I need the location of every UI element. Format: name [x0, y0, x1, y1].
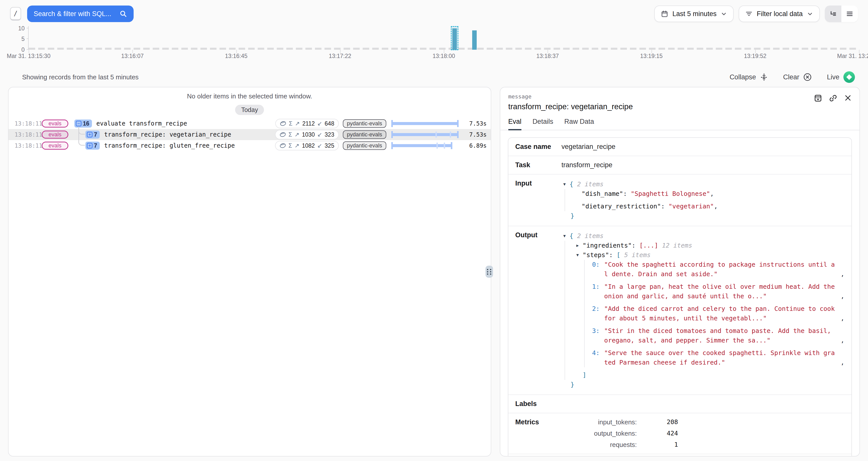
live-label: Live	[827, 73, 839, 81]
expand-children-badge[interactable]: + 7	[85, 142, 100, 150]
duration-bar-tick	[436, 143, 438, 149]
tree-view-toggle[interactable]	[825, 5, 841, 22]
row-timestamp: 13:18:11	[14, 142, 40, 149]
histogram-bar[interactable]	[472, 30, 477, 50]
metric-value: 1	[637, 441, 678, 449]
tab-eval[interactable]: Eval	[508, 118, 522, 130]
slash-key-label: /	[13, 10, 18, 17]
chevron-right-icon[interactable]: ▶	[575, 241, 581, 250]
list-item: 2:"Add the diced carrot and celery to th…	[585, 304, 844, 323]
search-icon	[120, 10, 127, 18]
row-tag-badge[interactable]: evals	[42, 142, 68, 150]
minus-square-icon: −	[76, 121, 82, 126]
slash-shortcut-key: /	[10, 7, 21, 21]
metrics-list: input_tokens: 208 output_tokens: 424 req…	[562, 418, 844, 449]
timeline-chart: Mar 31. 13:15:3013:16:0713:16:4513:17:22…	[0, 26, 859, 65]
span-name: transform_recipe: gluten_free_recipe	[104, 142, 235, 149]
coin-icon	[280, 120, 286, 127]
row-tag-badge[interactable]: evals	[42, 130, 68, 139]
input-tokens-arrow-icon: ↗	[294, 131, 299, 138]
x-axis-tick-label: 13:17:22	[329, 53, 351, 60]
filter-local-data-dropdown[interactable]: Filter local data	[739, 5, 820, 22]
list-view-icon	[846, 10, 854, 18]
list-item: 3:"Stir in the diced tomatoes and tomato…	[585, 326, 844, 345]
input-tokens-arrow-icon: ↗	[294, 142, 299, 149]
x-axis-tick-label: Mar 31. 13:15:30	[7, 53, 51, 60]
y-axis-tick-label: 0	[11, 47, 25, 53]
top-bar: / Search & filter with SQL... Last 5 min…	[0, 0, 868, 24]
x-axis-tick-label: 13:19:15	[640, 53, 663, 60]
live-indicator-icon	[843, 71, 855, 83]
close-icon[interactable]	[844, 94, 852, 102]
child-count: 7	[94, 131, 97, 138]
time-range-label: Last 5 minutes	[672, 10, 717, 18]
duration-value: 7.53s	[461, 131, 487, 138]
chevron-down-icon[interactable]: ▼	[562, 231, 568, 241]
day-pill[interactable]: Today	[235, 105, 264, 115]
input-tokens-arrow-icon: ↗	[295, 120, 300, 127]
list-view-toggle[interactable]	[841, 5, 858, 22]
row-tag-badge[interactable]: evals	[42, 120, 68, 128]
clear-button[interactable]: Clear	[783, 73, 812, 81]
clear-circle-x-icon	[803, 73, 812, 81]
filter-icon	[745, 10, 753, 18]
x-axis-tick	[236, 50, 237, 53]
histogram-bar[interactable]	[452, 28, 457, 50]
metric-key: output_tokens:	[562, 430, 637, 437]
token-usage-badge[interactable]: Σ ↗ 2112 ↙ 648	[275, 119, 339, 128]
output-tokens-arrow-icon: ↙	[317, 142, 322, 149]
package-badge[interactable]: pydantic-evals	[343, 130, 386, 139]
status-actions: Collapse Clear Live	[730, 71, 855, 83]
x-axis-tick	[444, 50, 444, 53]
dock-panel-bottom-icon[interactable]	[814, 94, 822, 102]
live-toggle[interactable]: Live	[827, 71, 855, 83]
case-name-value: vegetarian_recipe	[562, 143, 844, 151]
package-badge[interactable]: pydantic-evals	[343, 141, 386, 150]
x-axis-tick	[548, 50, 548, 53]
output-tokens-value: 648	[325, 120, 334, 127]
x-axis-tick	[651, 50, 652, 53]
token-usage-badge[interactable]: Σ ↗ 1030 ↙ 323	[275, 130, 339, 140]
x-axis-tick	[132, 50, 133, 53]
view-toggle-group	[825, 5, 858, 22]
output-tokens-value: 323	[325, 131, 334, 138]
records-panel: No older items in the selected time wind…	[8, 87, 491, 457]
child-count: 16	[83, 120, 89, 127]
labels-label: Labels	[516, 400, 562, 408]
panel-resize-handle[interactable]	[486, 266, 493, 278]
sigma-icon: Σ	[288, 142, 292, 149]
chevron-down-icon[interactable]: ▼	[575, 250, 581, 260]
detail-header-actions	[814, 94, 852, 102]
duration-bar-tick	[450, 131, 451, 137]
collapse-icon	[760, 73, 768, 81]
list-item: 4:"Serve the sauce over the cooked spagh…	[585, 348, 844, 367]
steps-list: 0:"Cook the spaghetti according to packa…	[584, 260, 844, 367]
detail-tabs: Eval Details Raw Data	[500, 118, 860, 130]
copy-link-icon[interactable]	[829, 94, 837, 102]
tab-raw-data[interactable]: Raw Data	[564, 118, 594, 130]
input-json-tree[interactable]: ▼{ 2 items "dish_name": "Spaghetti Bolog…	[562, 180, 844, 221]
collapse-label: Collapse	[730, 73, 756, 81]
output-json-tree[interactable]: ▼{ 2 items ▶"ingredients": [...] 12 item…	[562, 231, 844, 390]
collapse-button[interactable]: Collapse	[730, 73, 768, 81]
chevron-down-icon[interactable]: ▼	[562, 180, 568, 189]
x-axis-tick	[859, 50, 860, 53]
span-name: evaluate transform_recipe	[96, 120, 187, 127]
labels-row: Labels	[508, 395, 851, 413]
token-usage-badge[interactable]: Σ ↗ 1082 ↙ 325	[275, 141, 339, 150]
time-range-dropdown[interactable]: Last 5 minutes	[654, 5, 734, 22]
expand-children-badge[interactable]: + 7	[85, 130, 100, 139]
input-tokens-value: 2112	[302, 120, 315, 127]
metric-value: 208	[637, 418, 678, 426]
input-label: Input	[516, 180, 562, 221]
list-item: 1:"In a large pan, heat the olive oil ov…	[585, 282, 844, 301]
metrics-row: Metrics input_tokens: 208 output_tokens:…	[508, 413, 851, 454]
input-tokens-value: 1030	[302, 131, 315, 138]
metric-key: input_tokens:	[562, 418, 637, 426]
package-badge[interactable]: pydantic-evals	[343, 119, 386, 128]
tab-details[interactable]: Details	[532, 118, 553, 130]
search-button[interactable]: Search & filter with SQL...	[27, 5, 134, 22]
timeline-plot[interactable]: Mar 31. 13:15:3013:16:0713:16:4513:17:22…	[28, 26, 859, 50]
task-value: transform_recipe	[562, 161, 844, 169]
span-name: transform_recipe: vegetarian_recipe	[104, 131, 231, 138]
